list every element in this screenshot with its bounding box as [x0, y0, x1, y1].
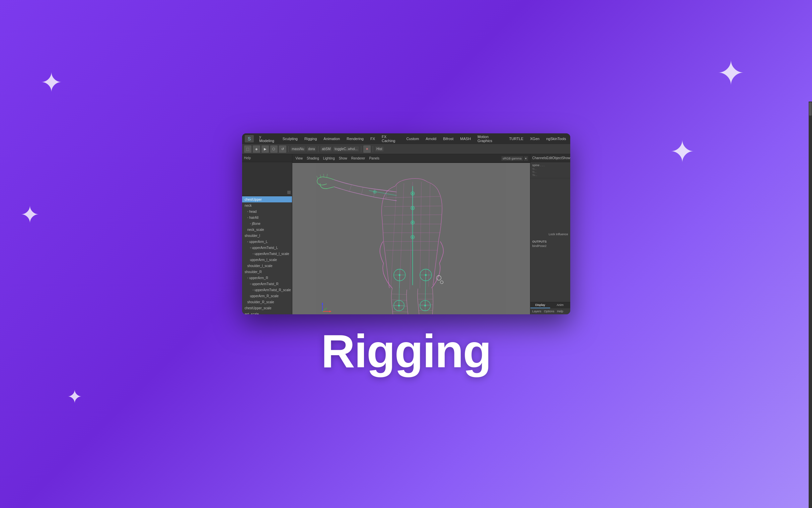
toolbar-hist[interactable]: Hist	[375, 146, 383, 152]
menu-animation[interactable]: Animation	[322, 136, 341, 141]
gamma-dropdown[interactable]: ▾	[524, 156, 528, 161]
vp-menu-view[interactable]: View	[294, 156, 304, 161]
outliner-item-upperarmtwist-l-scale[interactable]: ‹ upperArmTwist_l_scale	[242, 251, 292, 257]
gamma-selector[interactable]: sRGB gamma	[501, 156, 523, 161]
toolbar-togglec[interactable]: toggleC..whol...	[333, 146, 359, 152]
outliner-item-neck-scale[interactable]: neck_scale	[242, 226, 292, 232]
edit-label[interactable]: Edit	[546, 156, 552, 160]
menu-bifrost[interactable]: Bifrost	[442, 136, 455, 141]
menu-arnold[interactable]: Arnold	[424, 136, 438, 141]
toolbar-sep-3	[361, 146, 361, 152]
outliner-item-shoulder-l[interactable]: shoulder_l	[242, 232, 292, 239]
toolbar-btn-3[interactable]: ▶	[261, 145, 269, 153]
sparkle-top-left: ✦	[40, 67, 63, 98]
page-title: Rigging	[321, 328, 491, 375]
outliner-item-upperarmtwist-l[interactable]: › upperArmTwist_L	[242, 245, 292, 251]
menu-rendering[interactable]: Rendering	[345, 136, 365, 141]
toolbar-absm[interactable]: abSM	[321, 146, 332, 152]
vp-menu-renderer[interactable]: Renderer	[350, 156, 367, 161]
object-label[interactable]: Object	[552, 156, 562, 160]
outliner-panel: Help chestUpper neck › head › hairAll ‹ …	[242, 154, 292, 314]
outputs-section: OUTPUTS bindPose2	[530, 239, 570, 249]
vp-menu-show[interactable]: Show	[338, 156, 348, 161]
outliner-item-upperarm-r[interactable]: ‹ upperArm_R	[242, 275, 292, 281]
menu-rigging[interactable]: Rigging	[303, 136, 318, 141]
tab-options[interactable]: Options	[544, 310, 555, 313]
character-viewport-svg	[292, 163, 530, 314]
viewport-toolbar: View Shading Lighting Show Renderer Pane…	[292, 154, 530, 163]
viewport-3d[interactable]: View Shading Lighting Show Renderer Pane…	[292, 154, 530, 314]
bottom-panel-tabs: Layers Options Help	[530, 308, 570, 314]
outliner-item-upperarmtwist-r[interactable]: › upperArmTwist_R	[242, 281, 292, 287]
svg-point-33	[412, 207, 413, 209]
svg-point-35	[412, 222, 413, 223]
outliner-item-upperarm-l[interactable]: ‹ upperArm_L	[242, 239, 292, 245]
main-area: Help chestUpper neck › head › hairAll ‹ …	[242, 154, 570, 314]
tab-anim[interactable]: Anim	[550, 302, 570, 308]
toolbar-massnudge[interactable]: massNu	[291, 146, 306, 152]
menu-fx-caching[interactable]: FX Caching	[380, 134, 401, 143]
toolbar-btn-1[interactable]: ⬚	[244, 145, 251, 153]
outputs-label: OUTPUTS	[532, 240, 568, 243]
toolbar-btn-4[interactable]: ⬡	[270, 145, 278, 153]
maya-window: S y Modeling Sculpting Rigging Animation…	[242, 133, 570, 314]
outliner-item-chestupper[interactable]: chestUpper	[242, 196, 292, 202]
outliner-item-neck[interactable]: neck	[242, 202, 292, 208]
sparkle-top-right: ✦	[717, 54, 745, 93]
tab-layers[interactable]: Layers	[532, 310, 541, 313]
vp-menu-shading[interactable]: Shading	[305, 156, 321, 161]
channel-empty-area	[530, 178, 570, 231]
lock-influence-btn[interactable]: Lock Influence	[530, 231, 570, 237]
svg-point-31	[412, 193, 413, 194]
sparkle-mid-left: ✦	[20, 201, 40, 228]
vp-menu-lighting[interactable]: Lighting	[322, 156, 336, 161]
toolbar-btn-2[interactable]: ◈	[253, 145, 260, 153]
menu-motion-graphics[interactable]: Motion Graphics	[476, 134, 504, 143]
sparkle-mid-right: ✦	[670, 134, 695, 169]
tab-display[interactable]: Display	[530, 302, 551, 308]
right-panel-empty	[530, 249, 570, 302]
outliner-item-est-scale[interactable]: est_scale	[242, 311, 292, 314]
outliner-item-shoulder-l-scale[interactable]: shoulder_l_scale	[242, 263, 292, 269]
outliner-item-shoulder-r-scale[interactable]: shoulder_R_scale	[242, 299, 292, 305]
outliner-item-upperarmtwist-r-scale[interactable]: ‹ upperArmTwist_R_scale	[242, 287, 292, 293]
menu-fx[interactable]: FX	[369, 136, 376, 141]
svg-point-58	[374, 191, 375, 192]
menu-xgen[interactable]: XGen	[529, 136, 541, 141]
outliner-item-hairall[interactable]: › hairAll	[242, 214, 292, 220]
menu-mash[interactable]: MASH	[459, 136, 472, 141]
outliner-item-chestupper-scale[interactable]: chestUpper_scale	[242, 305, 292, 311]
channel-object-name: spine . . .	[532, 164, 568, 167]
menu-ngskintools[interactable]: ngSkinTools	[545, 136, 567, 141]
toolbar-btn-5[interactable]: ↺	[279, 145, 286, 153]
channel-name-section: spine . . . Tr... Tr... To...	[530, 162, 570, 178]
outliner-list: chestUpper neck › head › hairAll ‹ jBone…	[242, 196, 292, 314]
toolbar-close-btn[interactable]: ✕	[363, 145, 371, 153]
outliner-item-head[interactable]: › head	[242, 208, 292, 214]
vp-menu-panels[interactable]: Panels	[368, 156, 381, 161]
main-container: S y Modeling Sculpting Rigging Animation…	[242, 133, 570, 375]
outliner-item-shoulder-r[interactable]: shoulder_R	[242, 269, 292, 275]
display-anim-tabs: Display Anim	[530, 302, 570, 308]
show-label[interactable]: Show	[562, 156, 570, 160]
bindpose-item[interactable]: bindPose2	[532, 244, 568, 248]
viewport-content	[292, 163, 530, 314]
menu-turtle[interactable]: TURTLE	[508, 136, 525, 141]
outliner-item-upperarm-l-scale[interactable]: upperArm_l_scale	[242, 257, 292, 263]
app-icon[interactable]: S	[245, 135, 254, 142]
svg-point-37	[412, 236, 413, 238]
tab-help[interactable]: Help	[557, 310, 564, 313]
menu-sculpting[interactable]: Sculpting	[281, 136, 299, 141]
menu-modeling[interactable]: y Modeling	[258, 134, 277, 143]
toolbar-dora[interactable]: dora	[307, 146, 316, 152]
menu-bar: S y Modeling Sculpting Rigging Animation…	[242, 133, 570, 144]
outliner-header: Help	[242, 154, 292, 162]
toolbar-sep-2	[318, 146, 319, 152]
outliner-item-jbone[interactable]: ‹ jBone	[242, 220, 292, 226]
channels-label[interactable]: Channels	[532, 156, 546, 160]
outliner-item-upperarm-r-scale[interactable]: upperArm_R_scale	[242, 293, 292, 299]
panel-resize[interactable]	[287, 190, 291, 194]
toolbar: ⬚ ◈ ▶ ⬡ ↺ massNu dora abSM toggleC..whol…	[242, 144, 570, 154]
menu-custom[interactable]: Custom	[405, 136, 420, 141]
toolbar-sep-1	[288, 146, 289, 152]
